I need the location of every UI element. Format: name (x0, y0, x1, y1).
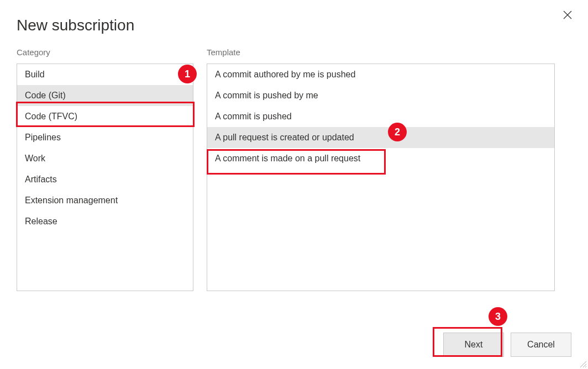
next-button[interactable]: Next (443, 333, 504, 357)
template-listbox[interactable]: A commit authored by me is pushed A comm… (207, 64, 555, 291)
category-listbox[interactable]: Build Code (Git) Code (TFVC) Pipelines W… (17, 64, 193, 291)
category-item-pipelines[interactable]: Pipelines (17, 127, 193, 148)
category-item-build[interactable]: Build (17, 64, 193, 85)
template-item-commit-authored[interactable]: A commit authored by me is pushed (207, 64, 554, 85)
category-item-code-tfvc[interactable]: Code (TFVC) (17, 106, 193, 127)
cancel-button[interactable]: Cancel (511, 333, 571, 357)
close-button[interactable] (563, 10, 573, 20)
dialog-body: Category Build Code (Git) Code (TFVC) Pi… (0, 34, 588, 291)
svg-line-4 (585, 366, 586, 367)
template-item-pr-created-updated[interactable]: A pull request is created or updated (207, 127, 554, 148)
category-item-release[interactable]: Release (17, 211, 193, 232)
template-item-commit-pushed[interactable]: A commit is pushed (207, 106, 554, 127)
annotation-badge-3: 3 (489, 307, 507, 326)
dialog-title: New subscription (0, 0, 588, 34)
resize-grip-icon (579, 360, 587, 368)
template-label: Template (207, 48, 555, 57)
category-item-code-git[interactable]: Code (Git) (17, 85, 193, 106)
category-item-work[interactable]: Work (17, 148, 193, 169)
category-column: Category Build Code (Git) Code (TFVC) Pi… (17, 48, 193, 291)
category-item-artifacts[interactable]: Artifacts (17, 169, 193, 190)
category-item-extension-management[interactable]: Extension management (17, 190, 193, 211)
dialog-buttons: Next Cancel (443, 333, 571, 357)
template-column: Template A commit authored by me is push… (207, 48, 555, 291)
category-label: Category (17, 48, 193, 57)
svg-line-2 (580, 361, 586, 367)
close-icon (563, 10, 572, 19)
template-item-commit-pushed-by-me[interactable]: A commit is pushed by me (207, 85, 554, 106)
template-item-pr-comment[interactable]: A comment is made on a pull request (207, 148, 554, 169)
